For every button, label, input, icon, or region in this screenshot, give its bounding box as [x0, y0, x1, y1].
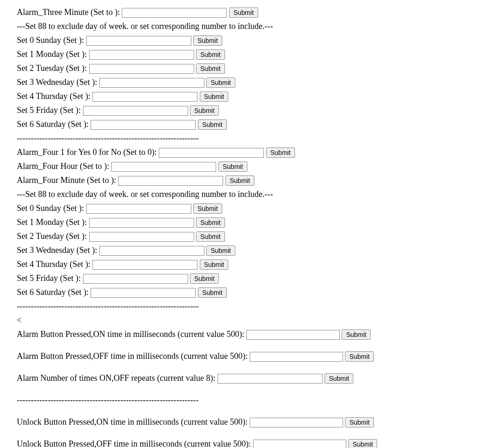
unlock-off-time-submit[interactable]: Submit [348, 439, 377, 448]
a3-monday-label: Set 1 Monday (Set ): [17, 49, 87, 59]
dow-note-2: ---Set 88 to exclude day of week. or set… [17, 188, 478, 201]
a3-monday-input[interactable] [89, 50, 194, 60]
a3-saturday-input[interactable] [91, 120, 196, 130]
a3-saturday-submit[interactable]: Submit [198, 119, 227, 130]
a4-saturday-input[interactable] [91, 288, 196, 298]
alarm4-hour-submit[interactable]: Submit [218, 161, 247, 172]
a4-friday-input[interactable] [83, 274, 188, 284]
a4-thursday-input[interactable] [92, 260, 197, 270]
unlock-on-time-submit[interactable]: Submit [345, 417, 374, 427]
a4-thursday-label: Set 4 Thursday (Set ): [17, 259, 91, 269]
alarm-off-time-input[interactable] [250, 352, 343, 362]
alarm-on-time-submit[interactable]: Submit [342, 329, 371, 340]
a3-sunday-label: Set 0 Sunday (Set ): [17, 35, 84, 45]
a3-friday-input[interactable] [83, 106, 188, 116]
a3-friday-submit[interactable]: Submit [190, 105, 219, 116]
alarm-off-time-submit[interactable]: Submit [345, 351, 374, 362]
a4-saturday-submit[interactable]: Submit [198, 287, 227, 298]
alarm-off-time-label: Alarm Button Pressed,OFF time in millise… [17, 351, 247, 361]
a4-sunday-label: Set 0 Sunday (Set ): [17, 203, 84, 213]
separator-3: ----------------------------------------… [17, 394, 478, 406]
a3-wednesday-input[interactable] [99, 78, 204, 88]
a4-tuesday-input[interactable] [89, 232, 194, 242]
alarm4-enable-input[interactable] [159, 148, 264, 158]
a3-tuesday-label: Set 2 Tuesday (Set ): [17, 63, 87, 73]
a3-monday-submit[interactable]: Submit [196, 49, 225, 60]
a4-wednesday-input[interactable] [99, 246, 204, 256]
a3-sunday-input[interactable] [86, 36, 191, 46]
lt-line: < [17, 314, 478, 327]
separator-1: ----------------------------------------… [17, 132, 478, 145]
alarm3-minute-label: Alarm_Three Minute (Set to ): [17, 7, 120, 17]
a4-monday-submit[interactable]: Submit [196, 217, 225, 228]
alarm-repeats-submit[interactable]: Submit [324, 373, 353, 384]
dow-note: ---Set 88 to exclude day of week. or set… [17, 20, 478, 33]
unlock-off-time-input[interactable] [253, 440, 346, 448]
a3-thursday-label: Set 4 Thursday (Set ): [17, 91, 91, 101]
alarm-on-time-input[interactable] [246, 330, 340, 340]
alarm4-minute-submit[interactable]: Submit [225, 175, 254, 186]
a4-saturday-label: Set 6 Saturday (Set ): [17, 287, 89, 297]
a4-sunday-submit[interactable]: Submit [193, 203, 222, 214]
unlock-on-time-label: Unlock Button Pressed,ON time in millise… [17, 417, 247, 427]
alarm3-minute-submit[interactable]: Submit [229, 7, 258, 18]
separator-2: ----------------------------------------… [17, 300, 478, 313]
a4-thursday-submit[interactable]: Submit [200, 259, 229, 270]
a4-sunday-input[interactable] [86, 204, 191, 214]
alarm4-minute-input[interactable] [118, 176, 223, 186]
a3-friday-label: Set 5 Friday (Set ): [17, 105, 81, 115]
alarm4-minute-label: Alarm_Four Minute (Set to ): [17, 175, 116, 185]
a3-thursday-submit[interactable]: Submit [200, 91, 229, 102]
alarm-on-time-label: Alarm Button Pressed,ON time in millisec… [17, 329, 244, 339]
a4-tuesday-label: Set 2 Tuesday (Set ): [17, 231, 87, 241]
a3-saturday-label: Set 6 Saturday (Set ): [17, 119, 89, 129]
a3-sunday-submit[interactable]: Submit [193, 35, 222, 46]
a4-monday-input[interactable] [89, 218, 194, 228]
alarm-repeats-input[interactable] [218, 374, 323, 384]
a4-monday-label: Set 1 Monday (Set ): [17, 217, 87, 227]
a3-tuesday-submit[interactable]: Submit [196, 63, 225, 74]
a3-tuesday-input[interactable] [89, 64, 194, 74]
a3-thursday-input[interactable] [92, 92, 197, 102]
a4-friday-label: Set 5 Friday (Set ): [17, 273, 81, 283]
unlock-on-time-input[interactable] [250, 418, 343, 427]
a4-friday-submit[interactable]: Submit [190, 273, 219, 284]
a4-tuesday-submit[interactable]: Submit [196, 231, 225, 242]
alarm4-hour-label: Alarm_Four Hour (Set to ): [17, 161, 109, 171]
alarm3-minute-input[interactable] [122, 8, 227, 18]
a3-wednesday-label: Set 3 Wednesday (Set ): [17, 77, 97, 87]
a4-wednesday-submit[interactable]: Submit [206, 245, 235, 256]
alarm4-hour-input[interactable] [111, 162, 216, 172]
alarm4-enable-submit[interactable]: Submit [266, 147, 295, 158]
a4-wednesday-label: Set 3 Wednesday (Set ): [17, 245, 97, 255]
alarm4-enable-label: Alarm_Four 1 for Yes 0 for No (Set to 0)… [17, 147, 157, 157]
alarm-repeats-label: Alarm Number of times ON,OFF repeats (cu… [17, 373, 215, 383]
a3-wednesday-submit[interactable]: Submit [206, 77, 235, 88]
unlock-off-time-label: Unlock Button Pressed,OFF time in millis… [17, 439, 251, 448]
